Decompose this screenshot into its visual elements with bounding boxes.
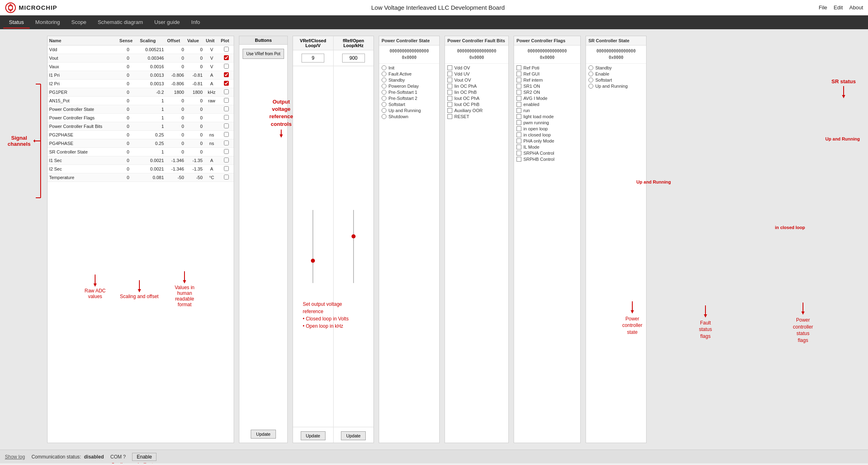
- menu-file[interactable]: File: [819, 4, 827, 11]
- pc-flags-item: pwm running: [516, 120, 578, 125]
- table-row: PG4PHASE 0 0.25 0 0 ns: [48, 139, 234, 148]
- cell-name: Power Controller Fault Bits: [48, 122, 118, 131]
- nav-status[interactable]: Status: [3, 17, 30, 28]
- nav-schematic[interactable]: Schematic diagram: [92, 17, 148, 28]
- vref-input1[interactable]: [302, 54, 324, 63]
- cell-plot[interactable]: [219, 173, 234, 182]
- plot-checkbox[interactable]: [224, 175, 229, 180]
- sr-status-label: SR status: [827, 78, 860, 85]
- pc-fault-header: Power Controller Fault Bits: [445, 36, 508, 45]
- cell-scaling: 1: [138, 148, 165, 156]
- slider-thumb1[interactable]: [311, 259, 315, 263]
- plot-checkbox[interactable]: [224, 149, 229, 154]
- plot-checkbox[interactable]: [224, 123, 229, 128]
- plot-checkbox[interactable]: [224, 55, 229, 60]
- cell-plot[interactable]: [219, 45, 234, 54]
- fault-status-annotation: Faultstatusflags: [689, 305, 722, 340]
- vref-input2[interactable]: [342, 54, 365, 63]
- pc-flags-item: IL Mode: [516, 145, 578, 149]
- table-row: SR Controller State 0 1 0 0: [48, 148, 234, 156]
- show-log-link[interactable]: Show log: [5, 454, 25, 460]
- nav-scope[interactable]: Scope: [66, 17, 92, 28]
- plot-checkbox[interactable]: [224, 47, 229, 52]
- plot-checkbox[interactable]: [224, 64, 229, 69]
- cell-plot[interactable]: [219, 156, 234, 165]
- cell-plot[interactable]: [219, 97, 234, 105]
- plot-checkbox[interactable]: [224, 166, 229, 171]
- pc-fault-item-label: Iin OC PhA: [454, 84, 477, 89]
- cell-plot[interactable]: [219, 71, 234, 80]
- checkbox-icon: [516, 114, 521, 119]
- plot-checkbox[interactable]: [224, 158, 229, 162]
- cell-unit: A: [204, 71, 219, 80]
- checkbox-icon: [447, 114, 452, 119]
- pc-status-flags-annotation: Powercontrollerstatusflags: [787, 303, 819, 344]
- pc-state-item: Shutdown: [382, 114, 437, 119]
- plot-checkbox[interactable]: [224, 72, 229, 77]
- menu-edit[interactable]: Edit: [834, 4, 843, 11]
- cell-plot[interactable]: [219, 139, 234, 148]
- cell-plot[interactable]: [219, 148, 234, 156]
- pc-flags-item-label: PHA only Mode: [523, 138, 554, 143]
- table-row: AN15_Pot 0 1 0 0 raw: [48, 97, 234, 105]
- vref-update-button2[interactable]: Update: [341, 431, 366, 440]
- raw-adc-annotation: Raw ADCvalues: [85, 275, 106, 299]
- pc-flags-item: Ref Poti: [516, 65, 578, 70]
- vref-col2-header: fRef/Open Loop/kHz: [334, 36, 374, 50]
- radio-circle-icon: [382, 65, 386, 70]
- cell-plot[interactable]: [219, 165, 234, 173]
- vref-from-pot-button[interactable]: Use VRef from Pot: [243, 49, 284, 59]
- cell-sense: 0: [118, 88, 138, 97]
- pc-state-item: Standby: [382, 78, 437, 82]
- bottom-bar: Show log Communication status: disabled …: [0, 450, 868, 463]
- values-human-annotation: Values inhumanreadableformat: [175, 271, 194, 307]
- cell-plot[interactable]: [219, 63, 234, 71]
- vref-input1-box: [293, 50, 334, 66]
- checkbox-icon: [516, 71, 521, 76]
- pc-flags-item-label: in closed loop: [523, 132, 551, 137]
- pc-flags-item: in closed loop: [516, 132, 578, 137]
- vref-update-button1[interactable]: Update: [301, 431, 326, 440]
- cell-plot[interactable]: [219, 80, 234, 88]
- table-row: I1 Pri 0 0.0013 -0.806 -0.81 A: [48, 71, 234, 80]
- cell-plot[interactable]: [219, 131, 234, 139]
- cell-plot[interactable]: [219, 122, 234, 131]
- pc-flags-item: in open loop: [516, 126, 578, 131]
- cell-plot[interactable]: [219, 88, 234, 97]
- cell-sense: 0: [118, 156, 138, 165]
- plot-checkbox[interactable]: [224, 89, 229, 94]
- sr-state-item: Up and Running: [588, 84, 644, 89]
- pc-flags-item: SR2 ON: [516, 90, 578, 95]
- cell-unit: [204, 114, 219, 122]
- set-output-voltage-annotation: Set output voltagereference• Closed loop…: [303, 301, 384, 330]
- nav-info[interactable]: Info: [186, 17, 206, 28]
- values-human-arrow-icon: [182, 271, 187, 283]
- plot-checkbox[interactable]: [224, 141, 229, 145]
- plot-checkbox[interactable]: [224, 106, 229, 111]
- cell-plot[interactable]: [219, 105, 234, 114]
- sr-controller-state-panel: SR Controller State 0000000000000000 0x0…: [586, 36, 647, 443]
- slider-col2: [334, 66, 374, 427]
- vref-col1-header: VRef/Closed Loop/V: [293, 36, 334, 50]
- com-label: COM ?: [110, 454, 126, 460]
- enable-button[interactable]: Enable: [132, 453, 156, 461]
- cell-name: Power Controller Flags: [48, 114, 118, 122]
- cell-value: -1.35: [186, 165, 204, 173]
- vref-update-row: Update Update: [293, 427, 373, 443]
- col-name: Name: [48, 36, 118, 45]
- update-button-left[interactable]: Update: [251, 430, 276, 439]
- plot-checkbox[interactable]: [224, 98, 229, 103]
- plot-checkbox[interactable]: [224, 132, 229, 137]
- cell-offset: 0: [165, 131, 186, 139]
- menu-about[interactable]: About: [849, 4, 863, 11]
- cell-plot[interactable]: [219, 114, 234, 122]
- checkbox-icon: [516, 126, 521, 131]
- plot-checkbox[interactable]: [224, 115, 229, 120]
- nav-userguide[interactable]: User guide: [149, 17, 186, 28]
- plot-checkbox[interactable]: [224, 81, 229, 86]
- cell-plot[interactable]: [219, 54, 234, 63]
- in-closed-loop-annotation: in closed loop: [775, 225, 805, 230]
- slider-thumb2[interactable]: [352, 234, 356, 238]
- cell-offset: 0: [165, 114, 186, 122]
- nav-monitoring[interactable]: Monitoring: [30, 17, 66, 28]
